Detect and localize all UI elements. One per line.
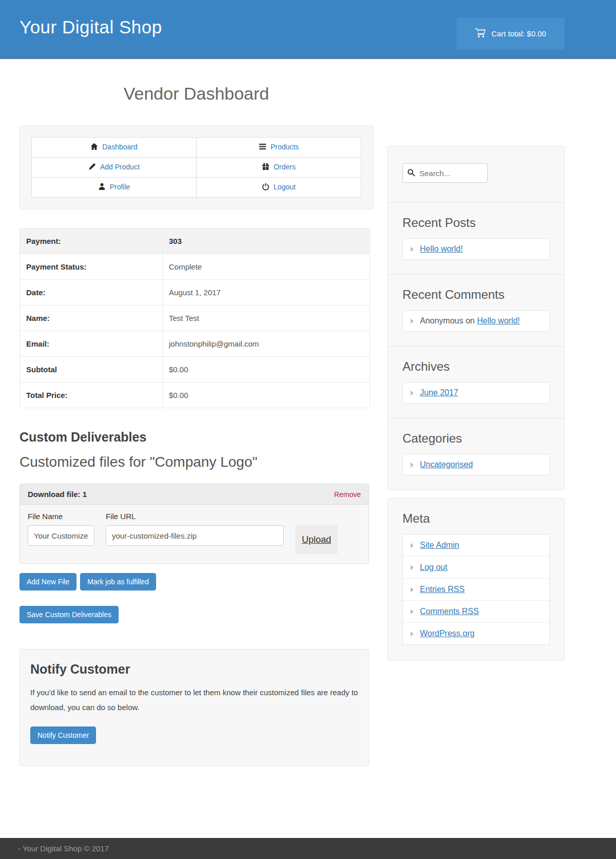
table-row: Name: Test Test xyxy=(20,306,370,331)
payment-status-label: Payment Status: xyxy=(20,254,163,280)
add-new-file-button[interactable]: Add New File xyxy=(20,573,76,590)
vendor-nav-panel: Dashboard Products xyxy=(20,125,373,209)
recent-post-link[interactable]: Hello world! xyxy=(420,244,463,254)
pencil-icon xyxy=(88,163,96,170)
upload-button[interactable]: Upload xyxy=(295,525,338,554)
email-value: johnstonphilip@gmail.com xyxy=(163,331,370,357)
archive-link[interactable]: June 2017 xyxy=(420,388,458,397)
chevron-right-icon xyxy=(410,631,414,637)
list-item: Log out xyxy=(403,556,549,578)
nav-link-logout[interactable]: Logout xyxy=(262,183,296,191)
list-item: Hello world! xyxy=(402,238,550,260)
recent-comments-widget: Recent Comments Anonymous on Hello world… xyxy=(388,274,564,346)
chevron-right-icon xyxy=(410,565,414,570)
customized-files-subtitle: Customized files for "Company Logo" xyxy=(20,454,373,470)
meta-title: Meta xyxy=(402,511,550,526)
table-row: Subtotal $0.00 xyxy=(20,357,370,383)
comment-post-link[interactable]: Hello world! xyxy=(477,316,520,325)
list-item: Anonymous on Hello world! xyxy=(402,310,550,332)
name-label: Name: xyxy=(20,306,163,331)
nav-link-profile[interactable]: Profile xyxy=(98,183,130,191)
payment-label: Payment: xyxy=(20,228,163,254)
site-footer: - Your Digital Shop © 2017 xyxy=(0,838,616,859)
table-row: Date: August 1, 2017 xyxy=(20,280,370,306)
email-label: Email: xyxy=(20,331,163,357)
nav-link-products[interactable]: Products xyxy=(259,143,299,151)
download-file-header: Download file: 1 Remove xyxy=(20,484,369,505)
nav-link-label: Dashboard xyxy=(102,143,138,151)
site-title: Your Digital Shop xyxy=(20,17,162,37)
download-file-label: Download file: 1 xyxy=(28,490,87,499)
cart-button[interactable]: Cart total: $0.00 xyxy=(456,17,565,50)
table-row: Payment: 303 xyxy=(20,228,370,254)
chevron-right-icon xyxy=(410,318,414,324)
nav-link-label: Orders xyxy=(274,163,296,171)
wordpress-org-link[interactable]: WordPress.org xyxy=(420,629,474,638)
nav-link-label: Logout xyxy=(274,183,296,191)
chevron-right-icon xyxy=(410,587,414,593)
download-file-panel: Download file: 1 Remove File Name File U… xyxy=(20,484,369,564)
total-price-value: $0.00 xyxy=(163,383,370,408)
sidebar: Recent Posts Hello world! Recent Comment… xyxy=(388,146,565,661)
footer-text: - Your Digital Shop © 2017 xyxy=(18,844,109,853)
entries-rss-link[interactable]: Entries RSS xyxy=(420,585,465,594)
categories-title: Categories xyxy=(402,431,550,446)
notify-customer-text: If you'd like to send an email to the cu… xyxy=(30,685,358,715)
chevron-right-icon xyxy=(410,609,414,615)
nav-link-add-product[interactable]: Add Product xyxy=(88,163,140,171)
search-input[interactable] xyxy=(402,163,488,183)
file-name-label: File Name xyxy=(28,512,94,521)
list-icon xyxy=(259,143,266,150)
subtotal-label: Subtotal xyxy=(20,357,163,383)
file-url-field-group: File URL xyxy=(106,512,284,546)
list-item: June 2017 xyxy=(402,382,550,404)
chevron-right-icon xyxy=(410,246,414,252)
payment-details-table: Payment: 303 Payment Status: Complete Da… xyxy=(20,228,370,408)
meta-widget: Meta Site Admin Log out Entries RSS Comm… xyxy=(388,498,565,661)
recent-posts-widget: Recent Posts Hello world! xyxy=(388,202,564,274)
list-item: Uncategorised xyxy=(402,454,550,475)
date-value: August 1, 2017 xyxy=(163,280,370,306)
page-title: Vendor Dashboard xyxy=(20,84,373,104)
category-link[interactable]: Uncategorised xyxy=(420,460,473,469)
notify-customer-title: Notify Customer xyxy=(30,662,358,677)
log-out-link[interactable]: Log out xyxy=(420,563,447,572)
power-icon xyxy=(262,183,270,190)
table-row: Payment Status: Complete xyxy=(20,254,370,280)
subtotal-value: $0.00 xyxy=(163,357,370,383)
archives-widget: Archives June 2017 xyxy=(388,346,564,418)
site-header: Your Digital Shop Cart total: $0.00 xyxy=(0,0,616,59)
file-name-field-group: File Name xyxy=(28,512,94,546)
comment-text: Anonymous on Hello world! xyxy=(420,316,520,326)
remove-file-link[interactable]: Remove xyxy=(334,490,361,499)
nav-link-orders[interactable]: Orders xyxy=(262,163,296,171)
list-item: Site Admin xyxy=(403,535,549,556)
main-column: Dashboard Products xyxy=(20,125,373,766)
nav-link-dashboard[interactable]: Dashboard xyxy=(90,143,138,151)
vendor-nav-table: Dashboard Products xyxy=(31,137,361,198)
download-file-body: File Name File URL Upload xyxy=(20,505,369,563)
nav-link-label: Profile xyxy=(110,183,130,191)
cart-total-label: Cart total: $0.00 xyxy=(491,29,546,38)
chevron-right-icon xyxy=(410,390,414,396)
chevron-right-icon xyxy=(410,462,414,468)
file-url-label: File URL xyxy=(106,512,284,521)
site-admin-link[interactable]: Site Admin xyxy=(420,541,459,550)
home-icon xyxy=(90,143,98,150)
file-url-input[interactable] xyxy=(106,525,284,546)
categories-widget: Categories Uncategorised xyxy=(388,418,564,490)
list-item: Comments RSS xyxy=(403,600,549,622)
file-name-input[interactable] xyxy=(28,525,94,546)
notify-customer-button[interactable]: Notify Customer xyxy=(30,727,96,744)
date-label: Date: xyxy=(20,280,163,306)
mark-fulfilled-button[interactable]: Mark job as fulfilled xyxy=(80,573,156,590)
archives-title: Archives xyxy=(402,359,550,374)
list-item: WordPress.org xyxy=(403,622,549,644)
save-custom-deliverables-button[interactable]: Save Custom Deliverables xyxy=(20,606,119,623)
comments-rss-link[interactable]: Comments RSS xyxy=(420,607,479,616)
user-icon xyxy=(98,183,106,190)
nav-link-label: Add Product xyxy=(100,163,140,171)
cart-icon xyxy=(475,28,486,40)
recent-posts-title: Recent Posts xyxy=(402,216,550,230)
table-row: Email: johnstonphilip@gmail.com xyxy=(20,331,370,357)
